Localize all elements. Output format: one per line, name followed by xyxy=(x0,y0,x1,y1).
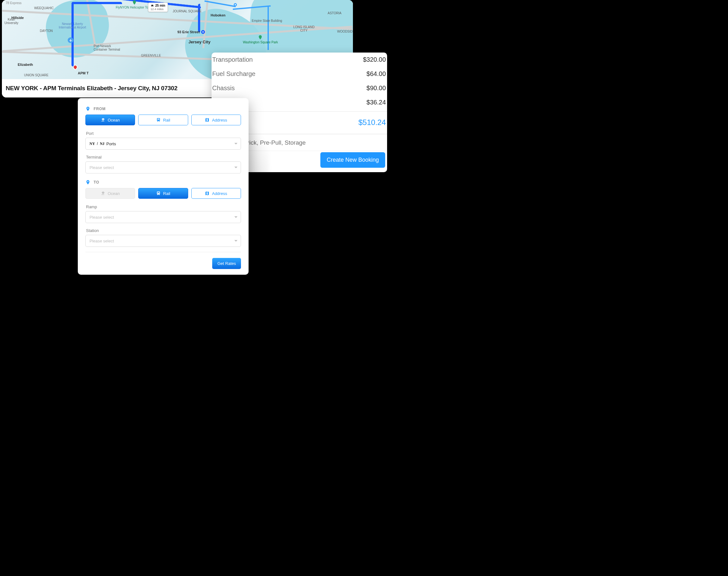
to-rail-tab[interactable]: Rail xyxy=(138,188,188,199)
get-rates-button[interactable]: Get Rates xyxy=(212,258,241,269)
map-label-apm: APM T xyxy=(78,71,89,75)
waypoint-dot-icon xyxy=(234,3,237,6)
map-label: 78 Express xyxy=(6,1,22,5)
port-field-label: Port xyxy=(86,131,241,136)
destination-dot-icon xyxy=(201,30,205,34)
location-pin-icon xyxy=(85,180,90,185)
location-pin-icon xyxy=(85,106,90,111)
cost-amount: $320.00 xyxy=(363,56,386,63)
station-placeholder: Please select xyxy=(90,239,114,243)
map-poi-flynyon: FlyNYON Helicopter Tours xyxy=(116,0,153,9)
to-label: TO xyxy=(94,180,99,184)
map-label-jerseycity: Jersey City xyxy=(188,39,210,44)
map-icon xyxy=(205,191,209,196)
map-label: GREENVILLE xyxy=(141,54,161,57)
route-time: 25 min xyxy=(155,4,165,8)
from-rail-tab[interactable]: Rail xyxy=(138,115,188,125)
ramp-field-label: Ramp xyxy=(86,204,241,209)
map-label: Port Newark Container Terminal xyxy=(94,44,125,51)
map-label: DAYTON xyxy=(40,29,53,33)
cost-label: Chassis xyxy=(212,85,235,92)
station-field-label: Station xyxy=(86,228,241,233)
terminal-field-label: Terminal xyxy=(86,155,241,160)
map-label-erie: 93 Erie Street xyxy=(177,30,200,34)
cost-label: Transportation xyxy=(212,56,253,63)
station-select[interactable]: Please select xyxy=(85,235,241,247)
train-icon xyxy=(156,191,161,196)
port-ny-badge: NY xyxy=(90,141,95,146)
create-booking-button[interactable]: Create New Booking xyxy=(321,152,385,168)
chevron-down-icon xyxy=(234,167,238,168)
map-label: WOODSIDE xyxy=(337,30,353,33)
port-nj-badge: NJ xyxy=(100,141,105,146)
map-label: JOURNAL SQUARE xyxy=(173,9,202,13)
airplane-icon xyxy=(68,37,73,43)
to-mode-tabs: Ocean Rail Address xyxy=(85,188,241,199)
cost-row: Chassis $90.00 xyxy=(212,81,387,95)
from-label: FROM xyxy=(94,107,105,111)
map-label-airport: Newark Liberty International Airport xyxy=(58,22,87,29)
ship-icon xyxy=(101,118,105,122)
map-poi-washington: Washington Square Park xyxy=(243,35,278,44)
to-address-tab[interactable]: Address xyxy=(191,188,241,199)
port-select-value: Ports xyxy=(106,141,116,146)
map-label: Kean University xyxy=(2,18,21,25)
cost-row: Transportation $320.00 xyxy=(212,53,387,67)
terminal-select[interactable]: Please select xyxy=(85,162,241,173)
chevron-down-icon xyxy=(234,240,238,242)
route-tooltip: 25 min 12.4 miles xyxy=(148,3,168,12)
map-label-hoboken: Hoboken xyxy=(211,13,225,17)
map-label-empire: Empire State Building xyxy=(252,19,286,23)
port-select[interactable]: NY / NJ Ports xyxy=(85,138,241,150)
from-mode-tabs: Ocean Rail Address xyxy=(85,115,241,125)
train-icon xyxy=(156,118,161,122)
chevron-down-icon xyxy=(234,143,238,145)
cost-amount: $64.00 xyxy=(367,70,386,78)
ramp-select[interactable]: Please select xyxy=(85,211,241,223)
chevron-down-icon xyxy=(234,217,238,218)
car-icon xyxy=(151,4,154,7)
map-label-elizabeth: Elizabeth xyxy=(18,63,33,66)
ship-icon xyxy=(101,191,105,196)
terminal-placeholder: Please select xyxy=(90,165,114,170)
from-ocean-tab[interactable]: Ocean xyxy=(85,115,135,125)
divider xyxy=(85,252,241,252)
cost-total: $510.24 xyxy=(358,118,386,127)
map-label: LONG ISLAND CITY xyxy=(293,25,315,32)
cost-amount: $36.24 xyxy=(367,99,386,106)
quote-form-card: FROM Ocean Rail Address Port NY / NJ Por… xyxy=(78,98,249,275)
map-label: WEEQUAHIC xyxy=(34,6,54,10)
from-address-tab[interactable]: Address xyxy=(191,115,241,125)
to-section-header: TO xyxy=(85,178,241,188)
map-icon xyxy=(205,118,209,122)
cost-row: Fuel Surcharge $64.00 xyxy=(212,67,387,81)
from-section-header: FROM xyxy=(85,105,241,115)
cost-label: Fuel Surcharge xyxy=(212,70,255,78)
route-distance: 12.4 miles xyxy=(151,8,165,11)
ramp-placeholder: Please select xyxy=(90,215,114,220)
cost-amount: $90.00 xyxy=(367,85,386,92)
map-label: ASTORIA xyxy=(328,11,341,15)
map-label: UNION SQUARE xyxy=(24,74,49,77)
to-ocean-tab: Ocean xyxy=(85,188,135,199)
